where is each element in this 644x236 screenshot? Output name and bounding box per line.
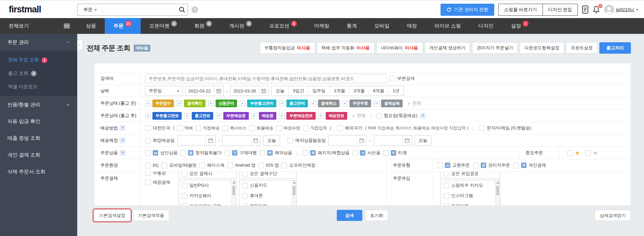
- ticket-delivery-checkbox[interactable]: 문자/이메일 (티켓발송): [479, 125, 531, 131]
- checkbox[interactable]: [145, 172, 151, 176]
- list-item[interactable]: 카카오페이: [179, 191, 231, 201]
- nav-item-marketing[interactable]: 마케팅: [306, 18, 338, 34]
- delivery-automation-button[interactable]: 택배 업무 자동화미사용: [317, 42, 374, 54]
- bank-auto-deposit-button[interactable]: 무통장자동입금미사용: [260, 42, 315, 54]
- list-item[interactable]: 일반PG사: [179, 180, 231, 191]
- select-all-toggle[interactable]: ✓전체: [352, 113, 366, 119]
- combine-packaging-checkbox[interactable]: 합포장(묶음배송): [376, 113, 417, 119]
- notifications-button[interactable]: 0: [593, 6, 600, 14]
- quick-today[interactable]: 오늘: [272, 86, 288, 96]
- print-settings-button[interactable]: 프린트설정: [566, 42, 597, 54]
- calendar-button[interactable]: [357, 136, 366, 145]
- checkbox-checked[interactable]: [216, 113, 222, 119]
- nav-item-member[interactable]: 회원0: [186, 18, 221, 34]
- checkbox[interactable]: [177, 125, 183, 131]
- partial-search-checkbox[interactable]: 부분검색: [389, 75, 415, 81]
- search-button[interactable]: [176, 6, 188, 13]
- checkbox[interactable]: [352, 150, 358, 156]
- nav-item-promotion[interactable]: 프로모션3: [261, 18, 306, 34]
- help-icon[interactable]: ?: [120, 150, 125, 156]
- checkbox[interactable]: [242, 172, 248, 176]
- checkbox[interactable]: [182, 203, 187, 206]
- checkbox-checked[interactable]: [311, 101, 316, 106]
- nav-all-menu[interactable]: 전체보기: [0, 18, 77, 34]
- quick-1week[interactable]: 일주일: [308, 86, 330, 96]
- goto-mall-button[interactable]: 쇼핑몰 바로가기: [498, 4, 543, 16]
- nav-item-mobile[interactable]: 모바일: [366, 18, 398, 34]
- scroll-thumb[interactable]: [496, 186, 499, 195]
- checkbox[interactable]: [376, 113, 382, 119]
- search-category-select[interactable]: 주문 ▾: [78, 7, 102, 13]
- calendar-button[interactable]: [214, 86, 223, 96]
- admin-place-order-button[interactable]: 관리자가 주문넣기: [472, 42, 518, 54]
- checkbox[interactable]: [444, 193, 449, 199]
- list-item[interactable]: 인스타그램: [441, 191, 495, 201]
- android-app-checkbox[interactable]: Android 앱: [227, 162, 256, 168]
- list-item[interactable]: 휴대폰: [239, 191, 291, 201]
- checkbox-checked[interactable]: [184, 113, 190, 119]
- checkbox-checked[interactable]: [318, 113, 324, 119]
- reserve-date-from-input[interactable]: [329, 138, 357, 143]
- checkbox[interactable]: [444, 183, 449, 188]
- checkbox[interactable]: [242, 203, 248, 206]
- date-type-select[interactable]: 주문일 ▾: [145, 86, 183, 96]
- exchange-order-checkbox[interactable]: 교교환주문: [437, 162, 470, 168]
- scrollbar[interactable]: [292, 180, 296, 206]
- mobile-tablet-checkbox[interactable]: 모바일/테블릿: [162, 162, 197, 168]
- quick-1year[interactable]: 1년: [388, 86, 403, 96]
- default-search-apply-button[interactable]: 기본검색적용: [133, 210, 169, 221]
- sidebar-item-deleted-orders[interactable]: 삭제 주문서 조회: [0, 163, 77, 180]
- hope-date-from-input[interactable]: [178, 138, 206, 143]
- quick-3months[interactable]: 3개월: [349, 86, 369, 96]
- checkbox[interactable]: [260, 150, 265, 156]
- checkbox[interactable]: [473, 163, 479, 168]
- date-from-input[interactable]: [186, 88, 214, 94]
- checkbox-checked[interactable]: [177, 101, 182, 106]
- sidebar-item-shipout[interactable]: 출고 조회 0: [0, 67, 77, 80]
- quick-3days[interactable]: 3일간: [288, 86, 308, 96]
- search-submit-button[interactable]: 검색: [337, 210, 362, 221]
- help-icon[interactable]: ?: [420, 113, 425, 118]
- checkbox[interactable]: [479, 125, 485, 131]
- select-all-toggle[interactable]: ✓전체: [407, 100, 421, 106]
- checkbox[interactable]: [182, 193, 187, 199]
- help-icon[interactable]: ?: [191, 6, 198, 13]
- scroll-up-icon[interactable]: [497, 182, 499, 183]
- checkbox[interactable]: [389, 76, 395, 81]
- list-item[interactable]: 계좌이체: [239, 201, 291, 206]
- freight-checkbox[interactable]: 화물배송: [249, 125, 273, 131]
- reserved-ship-date-checkbox[interactable]: 예약상품발송일: [287, 137, 326, 143]
- naverpay-button[interactable]: 네이버페이미사용: [376, 42, 423, 54]
- scrollbar[interactable]: [495, 180, 500, 206]
- manual-entry-checkbox[interactable]: 직접입력: [303, 125, 327, 131]
- overseas-checkbox[interactable]: 해외국가: [337, 125, 362, 131]
- checkbox[interactable]: [567, 150, 573, 156]
- checkbox[interactable]: [195, 125, 201, 131]
- scroll-up-icon[interactable]: [293, 182, 296, 183]
- sidebar-item-sales-proof[interactable]: 매출 증빙 조회: [0, 130, 77, 146]
- checkbox[interactable]: [276, 125, 282, 131]
- quick-1month[interactable]: 1개월: [330, 86, 349, 96]
- calendar-button[interactable]: [402, 136, 412, 145]
- payment-method-list[interactable]: 신용카드 휴대폰 계좌이체: [239, 180, 297, 206]
- nav-item-settings[interactable]: 설정!: [502, 18, 537, 34]
- calendar-button[interactable]: [206, 136, 215, 145]
- search-input[interactable]: [103, 4, 176, 15]
- list-item[interactable]: 신용카드: [239, 180, 291, 191]
- checkbox[interactable]: [242, 193, 248, 199]
- checkbox[interactable]: [444, 172, 449, 176]
- scroll-thumb[interactable]: [293, 186, 295, 195]
- domestic-checkbox[interactable]: 대한민국: [145, 125, 170, 131]
- store-payment-checkbox[interactable]: 매장결제: [145, 179, 176, 185]
- checkbox[interactable]: [145, 150, 151, 156]
- offline-store-checkbox[interactable]: 오프라인매장: [281, 162, 315, 168]
- checkbox[interactable]: [585, 150, 591, 156]
- checkbox[interactable]: [145, 179, 151, 185]
- today-button[interactable]: 오늘: [263, 135, 280, 145]
- checkbox-checked[interactable]: [145, 101, 151, 106]
- quick-service-checkbox[interactable]: 퀵서비스: [222, 125, 246, 131]
- checkbox[interactable]: [249, 125, 255, 131]
- checkbox[interactable]: [258, 163, 264, 168]
- user-menu[interactable]: jjy0210님 ▾: [604, 5, 638, 15]
- checkbox-checked[interactable]: [342, 101, 348, 106]
